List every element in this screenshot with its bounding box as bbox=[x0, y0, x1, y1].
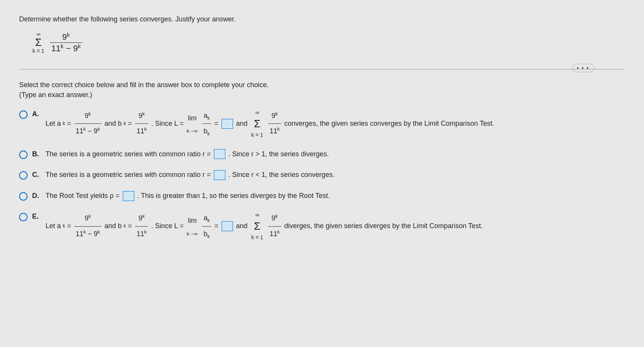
radio-d[interactable] bbox=[19, 192, 28, 201]
answer-box-c[interactable] bbox=[214, 170, 225, 180]
radio-a[interactable] bbox=[19, 110, 28, 119]
instruction-text: Select the correct choice below and fill… bbox=[19, 81, 625, 89]
sigma-symbol: ∞ Σ k = 1 bbox=[33, 31, 44, 54]
choice-c-label: C. bbox=[32, 167, 42, 183]
answer-box-d[interactable] bbox=[123, 191, 134, 201]
question-text: Determine whether the following series c… bbox=[19, 15, 625, 23]
series-display: ∞ Σ k = 1 9k 11k − 9k bbox=[31, 31, 625, 54]
sub-instruction-text: (Type an exact answer.) bbox=[19, 91, 625, 99]
ellipsis-button[interactable]: • • • bbox=[572, 64, 594, 72]
answer-box-b[interactable] bbox=[214, 149, 225, 159]
radio-e[interactable] bbox=[19, 213, 28, 221]
choice-e-content: Let ak = 9k 11k − 9k and bk = 9k 11k . S… bbox=[46, 209, 625, 243]
choice-c: C. The series is a geometric series with… bbox=[19, 167, 625, 183]
answer-box-e[interactable] bbox=[222, 221, 233, 231]
series-fraction: 9k 11k − 9k bbox=[50, 31, 82, 54]
choice-d: D. The Root Test yields ρ = . This is gr… bbox=[19, 188, 625, 204]
choice-d-content: The Root Test yields ρ = . This is great… bbox=[46, 188, 625, 204]
choice-e-label: E. bbox=[32, 209, 42, 224]
choice-a-label: A. bbox=[32, 107, 42, 122]
choice-b-content: The series is a geometric series with co… bbox=[46, 147, 625, 162]
radio-c[interactable] bbox=[19, 171, 28, 180]
choice-b: B. The series is a geometric series with… bbox=[19, 147, 625, 162]
divider bbox=[19, 69, 625, 70]
choice-a-content: Let ak = 9k 11k − 9k and bk = 9k 11k . S… bbox=[46, 107, 625, 141]
choice-c-content: The series is a geometric series with co… bbox=[46, 167, 625, 183]
choice-e: E. Let ak = 9k 11k − 9k and bk = 9k 11k … bbox=[19, 209, 625, 243]
choice-b-label: B. bbox=[32, 147, 42, 162]
choice-d-label: D. bbox=[32, 188, 42, 204]
choice-a: A. Let ak = 9k 11k − 9k and bk = 9k 11k … bbox=[19, 107, 625, 141]
answer-box-a[interactable] bbox=[222, 119, 233, 129]
radio-b[interactable] bbox=[19, 151, 28, 159]
